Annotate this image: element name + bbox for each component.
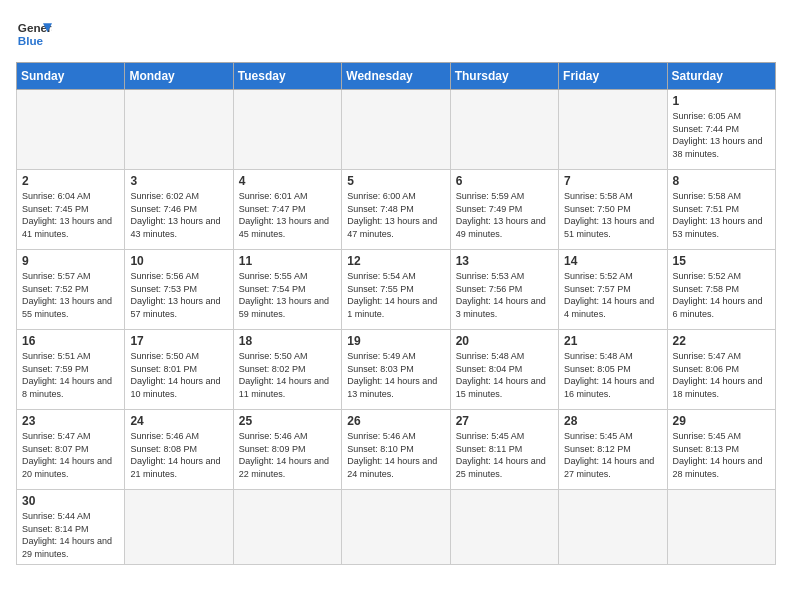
- day-number: 1: [673, 94, 770, 108]
- calendar-cell: 5Sunrise: 6:00 AMSunset: 7:48 PMDaylight…: [342, 170, 450, 250]
- calendar-row-6: 30Sunrise: 5:44 AMSunset: 8:14 PMDayligh…: [17, 490, 776, 565]
- logo: General Blue: [16, 16, 52, 52]
- calendar-cell: 29Sunrise: 5:45 AMSunset: 8:13 PMDayligh…: [667, 410, 775, 490]
- day-number: 12: [347, 254, 444, 268]
- day-number: 17: [130, 334, 227, 348]
- day-number: 13: [456, 254, 553, 268]
- svg-text:Blue: Blue: [18, 34, 44, 47]
- day-info: Sunrise: 5:47 AMSunset: 8:07 PMDaylight:…: [22, 430, 119, 480]
- calendar-cell: 15Sunrise: 5:52 AMSunset: 7:58 PMDayligh…: [667, 250, 775, 330]
- day-number: 19: [347, 334, 444, 348]
- header: General Blue: [16, 16, 776, 52]
- calendar-cell: 21Sunrise: 5:48 AMSunset: 8:05 PMDayligh…: [559, 330, 667, 410]
- day-info: Sunrise: 6:04 AMSunset: 7:45 PMDaylight:…: [22, 190, 119, 240]
- day-info: Sunrise: 5:53 AMSunset: 7:56 PMDaylight:…: [456, 270, 553, 320]
- calendar-cell: 30Sunrise: 5:44 AMSunset: 8:14 PMDayligh…: [17, 490, 125, 565]
- day-info: Sunrise: 5:52 AMSunset: 7:57 PMDaylight:…: [564, 270, 661, 320]
- weekday-header-tuesday: Tuesday: [233, 63, 341, 90]
- day-number: 21: [564, 334, 661, 348]
- day-info: Sunrise: 6:00 AMSunset: 7:48 PMDaylight:…: [347, 190, 444, 240]
- calendar-cell: [559, 90, 667, 170]
- calendar-row-4: 16Sunrise: 5:51 AMSunset: 7:59 PMDayligh…: [17, 330, 776, 410]
- calendar-cell: 8Sunrise: 5:58 AMSunset: 7:51 PMDaylight…: [667, 170, 775, 250]
- day-info: Sunrise: 5:45 AMSunset: 8:12 PMDaylight:…: [564, 430, 661, 480]
- day-number: 2: [22, 174, 119, 188]
- day-number: 22: [673, 334, 770, 348]
- calendar-cell: 19Sunrise: 5:49 AMSunset: 8:03 PMDayligh…: [342, 330, 450, 410]
- day-info: Sunrise: 5:59 AMSunset: 7:49 PMDaylight:…: [456, 190, 553, 240]
- calendar-cell: 22Sunrise: 5:47 AMSunset: 8:06 PMDayligh…: [667, 330, 775, 410]
- calendar-cell: 3Sunrise: 6:02 AMSunset: 7:46 PMDaylight…: [125, 170, 233, 250]
- day-info: Sunrise: 5:49 AMSunset: 8:03 PMDaylight:…: [347, 350, 444, 400]
- day-info: Sunrise: 5:57 AMSunset: 7:52 PMDaylight:…: [22, 270, 119, 320]
- calendar-cell: 1Sunrise: 6:05 AMSunset: 7:44 PMDaylight…: [667, 90, 775, 170]
- day-info: Sunrise: 5:56 AMSunset: 7:53 PMDaylight:…: [130, 270, 227, 320]
- calendar-cell: 27Sunrise: 5:45 AMSunset: 8:11 PMDayligh…: [450, 410, 558, 490]
- day-number: 27: [456, 414, 553, 428]
- day-info: Sunrise: 5:50 AMSunset: 8:01 PMDaylight:…: [130, 350, 227, 400]
- day-number: 5: [347, 174, 444, 188]
- calendar-cell: [342, 90, 450, 170]
- calendar-cell: [17, 90, 125, 170]
- day-number: 6: [456, 174, 553, 188]
- calendar-row-2: 2Sunrise: 6:04 AMSunset: 7:45 PMDaylight…: [17, 170, 776, 250]
- weekday-header-friday: Friday: [559, 63, 667, 90]
- calendar-cell: 28Sunrise: 5:45 AMSunset: 8:12 PMDayligh…: [559, 410, 667, 490]
- day-info: Sunrise: 5:52 AMSunset: 7:58 PMDaylight:…: [673, 270, 770, 320]
- calendar-cell: [450, 490, 558, 565]
- calendar-cell: [667, 490, 775, 565]
- day-info: Sunrise: 5:46 AMSunset: 8:10 PMDaylight:…: [347, 430, 444, 480]
- calendar-cell: [233, 490, 341, 565]
- day-info: Sunrise: 5:44 AMSunset: 8:14 PMDaylight:…: [22, 510, 119, 560]
- calendar-cell: 7Sunrise: 5:58 AMSunset: 7:50 PMDaylight…: [559, 170, 667, 250]
- calendar-row-1: 1Sunrise: 6:05 AMSunset: 7:44 PMDaylight…: [17, 90, 776, 170]
- weekday-header-thursday: Thursday: [450, 63, 558, 90]
- calendar-row-5: 23Sunrise: 5:47 AMSunset: 8:07 PMDayligh…: [17, 410, 776, 490]
- day-number: 29: [673, 414, 770, 428]
- day-number: 3: [130, 174, 227, 188]
- calendar-cell: [125, 490, 233, 565]
- calendar-cell: 10Sunrise: 5:56 AMSunset: 7:53 PMDayligh…: [125, 250, 233, 330]
- day-info: Sunrise: 6:05 AMSunset: 7:44 PMDaylight:…: [673, 110, 770, 160]
- day-number: 11: [239, 254, 336, 268]
- weekday-header-row: SundayMondayTuesdayWednesdayThursdayFrid…: [17, 63, 776, 90]
- day-info: Sunrise: 6:02 AMSunset: 7:46 PMDaylight:…: [130, 190, 227, 240]
- day-info: Sunrise: 5:48 AMSunset: 8:05 PMDaylight:…: [564, 350, 661, 400]
- calendar-cell: [342, 490, 450, 565]
- day-number: 30: [22, 494, 119, 508]
- calendar-cell: 18Sunrise: 5:50 AMSunset: 8:02 PMDayligh…: [233, 330, 341, 410]
- day-number: 8: [673, 174, 770, 188]
- calendar-cell: [559, 490, 667, 565]
- calendar-cell: [125, 90, 233, 170]
- weekday-header-sunday: Sunday: [17, 63, 125, 90]
- calendar-cell: 11Sunrise: 5:55 AMSunset: 7:54 PMDayligh…: [233, 250, 341, 330]
- day-number: 26: [347, 414, 444, 428]
- calendar-cell: 16Sunrise: 5:51 AMSunset: 7:59 PMDayligh…: [17, 330, 125, 410]
- calendar-cell: 12Sunrise: 5:54 AMSunset: 7:55 PMDayligh…: [342, 250, 450, 330]
- calendar-cell: 6Sunrise: 5:59 AMSunset: 7:49 PMDaylight…: [450, 170, 558, 250]
- day-info: Sunrise: 6:01 AMSunset: 7:47 PMDaylight:…: [239, 190, 336, 240]
- weekday-header-wednesday: Wednesday: [342, 63, 450, 90]
- day-info: Sunrise: 5:55 AMSunset: 7:54 PMDaylight:…: [239, 270, 336, 320]
- calendar: SundayMondayTuesdayWednesdayThursdayFrid…: [16, 62, 776, 565]
- calendar-cell: 14Sunrise: 5:52 AMSunset: 7:57 PMDayligh…: [559, 250, 667, 330]
- calendar-cell: 13Sunrise: 5:53 AMSunset: 7:56 PMDayligh…: [450, 250, 558, 330]
- day-info: Sunrise: 5:45 AMSunset: 8:11 PMDaylight:…: [456, 430, 553, 480]
- day-info: Sunrise: 5:46 AMSunset: 8:08 PMDaylight:…: [130, 430, 227, 480]
- day-number: 9: [22, 254, 119, 268]
- calendar-cell: [233, 90, 341, 170]
- day-info: Sunrise: 5:58 AMSunset: 7:50 PMDaylight:…: [564, 190, 661, 240]
- day-info: Sunrise: 5:58 AMSunset: 7:51 PMDaylight:…: [673, 190, 770, 240]
- day-info: Sunrise: 5:51 AMSunset: 7:59 PMDaylight:…: [22, 350, 119, 400]
- day-number: 4: [239, 174, 336, 188]
- day-number: 7: [564, 174, 661, 188]
- calendar-cell: 20Sunrise: 5:48 AMSunset: 8:04 PMDayligh…: [450, 330, 558, 410]
- day-number: 14: [564, 254, 661, 268]
- calendar-cell: 4Sunrise: 6:01 AMSunset: 7:47 PMDaylight…: [233, 170, 341, 250]
- calendar-cell: 9Sunrise: 5:57 AMSunset: 7:52 PMDaylight…: [17, 250, 125, 330]
- calendar-cell: [450, 90, 558, 170]
- day-number: 28: [564, 414, 661, 428]
- day-number: 16: [22, 334, 119, 348]
- day-info: Sunrise: 5:47 AMSunset: 8:06 PMDaylight:…: [673, 350, 770, 400]
- day-number: 23: [22, 414, 119, 428]
